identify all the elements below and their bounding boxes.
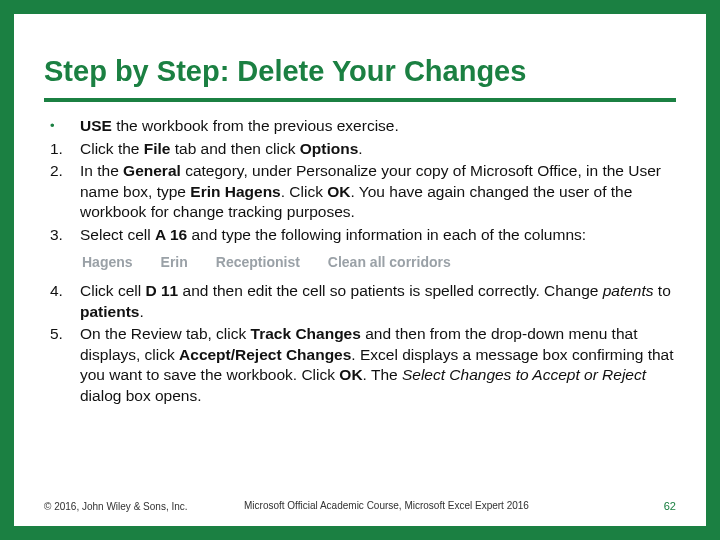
step-text: Select cell A 16 and type the following … bbox=[80, 225, 676, 245]
step-1: 1. Click the File tab and then click Opt… bbox=[44, 139, 676, 159]
step-number: 1. bbox=[44, 139, 80, 159]
slide: Step by Step: Delete Your Changes • USE … bbox=[14, 14, 706, 526]
cell-title: Receptionist bbox=[216, 253, 300, 271]
step-5: 5. On the Review tab, click Track Change… bbox=[44, 324, 676, 406]
step-number: 3. bbox=[44, 225, 80, 245]
step-4: 4. Click cell D 11 and then edit the cel… bbox=[44, 281, 676, 322]
step-3: 3. Select cell A 16 and type the followi… bbox=[44, 225, 676, 245]
step-number: 4. bbox=[44, 281, 80, 322]
step-number: 2. bbox=[44, 161, 80, 222]
step-text: Click cell D 11 and then edit the cell s… bbox=[80, 281, 676, 322]
intro-rest: the workbook from the previous exercise. bbox=[112, 117, 399, 134]
step-text: On the Review tab, click Track Changes a… bbox=[80, 324, 676, 406]
intro-row: • USE the workbook from the previous exe… bbox=[44, 116, 676, 137]
step-text: Click the File tab and then click Option… bbox=[80, 139, 676, 159]
copyright: © 2016, John Wiley & Sons, Inc. bbox=[44, 501, 188, 512]
steps-list: • USE the workbook from the previous exe… bbox=[44, 116, 676, 406]
cell-firstname: Erin bbox=[161, 253, 188, 271]
intro-bold: USE bbox=[80, 117, 112, 134]
step-number: 5. bbox=[44, 324, 80, 406]
cell-task: Clean all corridors bbox=[328, 253, 451, 271]
bullet-icon: • bbox=[44, 116, 80, 137]
intro-text: USE the workbook from the previous exerc… bbox=[80, 116, 676, 137]
page-title: Step by Step: Delete Your Changes bbox=[44, 56, 676, 88]
page-number: 62 bbox=[664, 500, 676, 512]
step-text: In the General category, under Personali… bbox=[80, 161, 676, 222]
row-data-preview: Hagens Erin Receptionist Clean all corri… bbox=[82, 253, 676, 271]
cell-lastname: Hagens bbox=[82, 253, 133, 271]
step-2: 2. In the General category, under Person… bbox=[44, 161, 676, 222]
footer: © 2016, John Wiley & Sons, Inc. Microsof… bbox=[44, 500, 676, 512]
title-rule bbox=[44, 98, 676, 102]
course-name: Microsoft Official Academic Course, Micr… bbox=[244, 500, 529, 511]
